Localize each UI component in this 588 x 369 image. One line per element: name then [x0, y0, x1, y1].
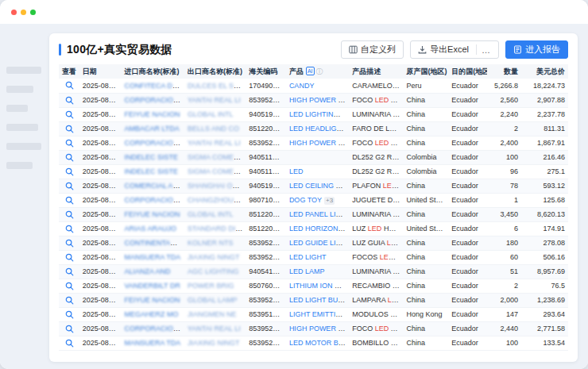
info-icon[interactable]: ⓘ — [316, 67, 323, 75]
cell-description: PLAFON LED 36W C... — [349, 179, 403, 193]
product-link[interactable]: LIGHT EMITTIN... — [289, 310, 346, 318]
cell-hscode: 853952000 — [246, 293, 286, 307]
product-link[interactable]: LED LIGHTING — [289, 110, 341, 118]
cell-total_usd: 8,957.69 — [521, 264, 568, 279]
cell-importer: CORPORACIONES — [121, 193, 184, 207]
cell-importer: CORPORACION E — [121, 93, 184, 107]
export-more-button[interactable]: … — [481, 46, 491, 54]
view-detail-button[interactable] — [65, 110, 74, 119]
product-link[interactable]: LED CEILING LIGHT — [289, 182, 349, 190]
product-link[interactable]: HIGH POWER LED F — [289, 139, 349, 147]
cell-destination: Ecuador — [448, 193, 487, 207]
view-detail-button[interactable] — [65, 210, 74, 219]
table-row: 2025-08-08INDELEC SISTESIGMA COMERC94051… — [59, 150, 568, 164]
cell-hscode: 853952000 — [246, 250, 286, 264]
product-link[interactable]: LED LAMP — [289, 267, 325, 275]
cell-total_usd: 76.5 — [521, 279, 568, 293]
cell-view — [59, 107, 79, 121]
cell-origin: China — [403, 279, 448, 293]
cell-importer: FEIYUE NACION — [121, 293, 184, 307]
cell-total_usd: 2,237.78 — [521, 107, 568, 121]
view-detail-button[interactable] — [65, 167, 74, 176]
highlight-term: LED — [388, 296, 402, 304]
table-row: 2025-08-08FEIYUE NACIONGLOBAL INTL851220… — [59, 207, 568, 221]
view-detail-button[interactable] — [65, 296, 74, 305]
product-link[interactable]: HIGH POWER LED F... — [289, 96, 349, 104]
importer-name: FEIYUE NACION — [124, 296, 180, 304]
cell-destination: Ecuador — [448, 179, 487, 193]
cell-date: 2025-08-08 — [79, 264, 122, 279]
product-link[interactable]: LED MOTOR BULB — [289, 339, 349, 347]
table-row: 2025-08-08COMERCIAL ANDSHANGHAI OMB94051… — [59, 179, 568, 193]
product-link[interactable]: LED GUIDE LIGHT T... — [289, 239, 349, 247]
sidebar-placeholder — [6, 67, 44, 169]
cell-destination: Ecuador — [448, 150, 487, 164]
product-link[interactable]: LITHIUM ION BATTE... — [289, 282, 349, 290]
product-link[interactable]: DOG TOY — [289, 196, 322, 204]
cell-origin: China — [403, 250, 448, 264]
more-products-badge: +1 — [341, 111, 349, 119]
view-detail-button[interactable] — [65, 253, 74, 262]
cell-quantity: 6 — [487, 221, 521, 236]
product-link[interactable]: LED LIGHT — [289, 253, 327, 261]
cell-product: DOG TOY+3 — [286, 193, 349, 207]
view-detail-button[interactable] — [65, 96, 74, 105]
highlight-term: LED — [375, 139, 389, 147]
cell-importer: MANSUERA TDA — [121, 336, 184, 350]
product-link[interactable]: LED HEADLIGHT — [289, 125, 346, 133]
customize-columns-button[interactable]: 自定义列 — [341, 40, 404, 59]
close-window-button[interactable] — [11, 10, 17, 15]
view-detail-button[interactable] — [65, 196, 74, 205]
cell-quantity: 100 — [487, 150, 521, 164]
column-header-quantity: 数量 — [487, 64, 521, 79]
cell-product: LITHIUM ION BATTE... — [286, 279, 349, 293]
column-header-hscode: 海关编码 — [246, 64, 286, 79]
enter-report-button[interactable]: 进入报告 — [505, 40, 568, 59]
product-link[interactable]: LED — [289, 167, 304, 175]
customize-columns-label: 自定义列 — [361, 44, 396, 56]
export-excel-button[interactable]: 导出Excel … — [410, 40, 499, 59]
exporter-name: POWER BRIG — [188, 282, 234, 290]
cell-exporter: GLOBAL INTL — [184, 107, 246, 121]
view-detail-button[interactable] — [65, 81, 74, 90]
product-link[interactable]: LED LIGHT BULB — [289, 296, 346, 304]
sidebar-placeholder-item — [6, 67, 41, 74]
cell-exporter: SIGMA COMERC — [184, 150, 246, 164]
cell-total_usd: 293.64 — [521, 307, 568, 321]
minimize-window-button[interactable] — [21, 10, 26, 15]
cell-quantity: 2,000 — [487, 293, 521, 307]
product-link[interactable]: LED HORIZONTAL L... — [289, 225, 349, 233]
cell-view — [59, 121, 79, 136]
cell-quantity: 3,450 — [487, 207, 521, 221]
view-detail-button[interactable] — [65, 267, 74, 276]
cell-total_usd: 216.46 — [521, 150, 568, 164]
cell-hscode: 940511900 — [246, 150, 286, 164]
maximize-window-button[interactable] — [30, 10, 36, 15]
cell-view — [59, 150, 79, 164]
cell-product: LED LIGHTING+1 — [286, 107, 349, 121]
product-link[interactable]: CANDY — [289, 82, 315, 90]
view-detail-button[interactable] — [65, 339, 74, 348]
cell-total_usd: 8,620.13 — [521, 207, 568, 221]
view-detail-button[interactable] — [65, 182, 74, 190]
product-link[interactable]: LED PANEL LIG... — [289, 210, 347, 218]
cell-total_usd: 275.1 — [521, 164, 568, 179]
cell-exporter: GLOBAL LAMP — [184, 293, 246, 307]
view-detail-button[interactable] — [65, 125, 74, 133]
column-header-description: 产品描述 — [349, 64, 403, 79]
view-detail-button[interactable] — [65, 225, 74, 233]
table-row: 2025-08-08MANSUERA TDAJIAXING NINGT85395… — [59, 250, 568, 264]
cell-importer: FEIYUE NACION — [121, 207, 184, 221]
highlight-term: LED — [368, 225, 382, 233]
cell-destination: Ecuador — [448, 250, 487, 264]
view-detail-button[interactable] — [65, 139, 74, 148]
view-detail-button[interactable] — [65, 282, 74, 290]
view-detail-button[interactable] — [65, 239, 74, 248]
page-content: 100亿+真实贸易数据 自定义列 — [0, 24, 588, 369]
view-detail-button[interactable] — [65, 325, 74, 333]
view-detail-button[interactable] — [65, 310, 74, 319]
cell-product: CANDY — [286, 79, 349, 93]
product-link[interactable]: HIGH POWER LED F... — [289, 325, 349, 332]
view-detail-button[interactable] — [65, 153, 74, 162]
exporter-name: KOLNER NTS — [188, 239, 234, 247]
